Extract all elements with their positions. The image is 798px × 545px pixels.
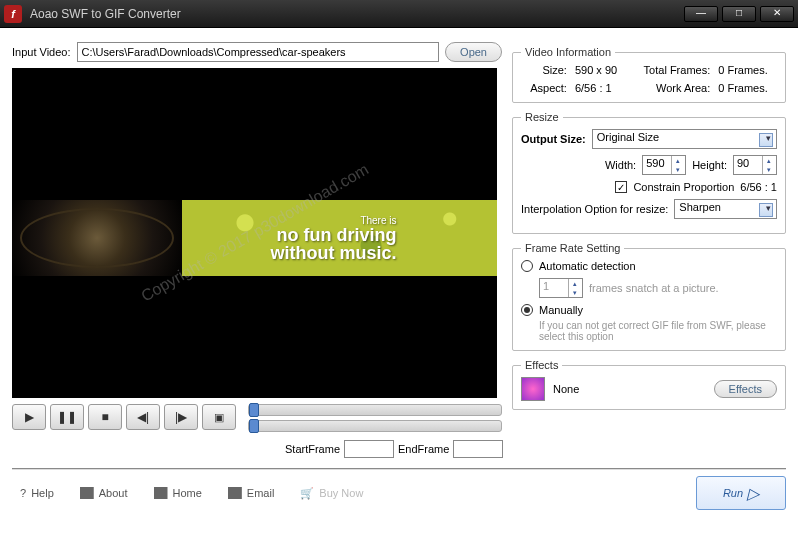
video-info-legend: Video Information (521, 46, 615, 58)
input-video-field[interactable] (77, 42, 440, 62)
radio-icon (521, 260, 533, 272)
endframe-input[interactable] (453, 440, 503, 458)
preview-banner: There is no fun driving without music. (12, 200, 497, 276)
stop-button[interactable]: ■ (88, 404, 122, 430)
manually-radio[interactable]: Manually (521, 304, 777, 316)
auto-label: Automatic detection (539, 260, 636, 272)
constrain-label: Constrain Proportion (633, 181, 734, 193)
app-logo-icon: f (4, 5, 22, 23)
play-button[interactable]: ▶ (12, 404, 46, 430)
buy-now-link[interactable]: 🛒Buy Now (300, 487, 363, 500)
about-link[interactable]: About (80, 487, 128, 500)
total-frames-value: 0 Frames. (718, 64, 777, 76)
home-link[interactable]: Home (154, 487, 202, 500)
arrow-right-icon: ▷ (747, 484, 759, 503)
interpolation-select[interactable]: Sharpen (674, 199, 777, 219)
speaker-image (12, 200, 182, 276)
prev-frame-button[interactable]: ◀| (126, 404, 160, 430)
work-area-value: 0 Frames. (718, 82, 777, 94)
manual-hint: If you can not get correct GIF file from… (521, 320, 777, 342)
snatch-spinner: 1 (539, 278, 583, 298)
cart-icon: 🛒 (300, 487, 314, 500)
constrain-checkbox[interactable]: ✓ Constrain Proportion (615, 181, 734, 193)
home-icon (154, 487, 168, 499)
range-slider[interactable] (248, 420, 502, 432)
height-spinner[interactable]: 90 (733, 155, 777, 175)
width-spinner[interactable]: 590 (642, 155, 686, 175)
total-frames-label: Total Frames: (634, 64, 710, 76)
pause-button[interactable]: ❚❚ (50, 404, 84, 430)
snapshot-button[interactable]: ▣ (202, 404, 236, 430)
aspect-value: 6/56 : 1 (575, 82, 626, 94)
banner-line1: There is (271, 215, 397, 226)
resize-group: Resize Output Size: Original Size Width:… (512, 111, 786, 234)
width-label: Width: (605, 159, 636, 171)
camera-icon: ▣ (214, 411, 224, 424)
manual-label: Manually (539, 304, 583, 316)
banner-line2: no fun driving (271, 226, 397, 244)
about-icon (80, 487, 94, 499)
open-button[interactable]: Open (445, 42, 502, 62)
checkbox-icon: ✓ (615, 181, 627, 193)
snatch-label: frames snatch at a picture. (589, 282, 719, 294)
effect-name: None (553, 383, 579, 395)
video-preview: There is no fun driving without music. C… (12, 68, 497, 398)
output-size-select[interactable]: Original Size (592, 129, 777, 149)
size-label: Size: (521, 64, 567, 76)
email-link[interactable]: Email (228, 487, 275, 500)
banner-line3: without music. (271, 244, 397, 262)
playback-slider[interactable] (248, 404, 502, 416)
radio-icon (521, 304, 533, 316)
effects-button[interactable]: Effects (714, 380, 777, 398)
constrain-ratio: 6/56 : 1 (740, 181, 777, 193)
effects-legend: Effects (521, 359, 562, 371)
effect-thumbnail (521, 377, 545, 401)
output-size-label: Output Size: (521, 133, 586, 145)
email-icon (228, 487, 242, 499)
maximize-button[interactable]: □ (722, 6, 756, 22)
input-video-label: Input Video: (12, 46, 71, 58)
help-icon: ? (20, 487, 26, 499)
height-label: Height: (692, 159, 727, 171)
help-link[interactable]: ?Help (20, 487, 54, 500)
effects-group: Effects None Effects (512, 359, 786, 410)
run-button[interactable]: Run▷ (696, 476, 786, 510)
startframe-label: StartFrame (285, 443, 340, 455)
window-title: Aoao SWF to GIF Converter (30, 7, 684, 21)
auto-detection-radio[interactable]: Automatic detection (521, 260, 777, 272)
frame-rate-group: Frame Rate Setting Automatic detection 1… (512, 242, 786, 351)
aspect-label: Aspect: (521, 82, 567, 94)
title-bar: f Aoao SWF to GIF Converter — □ ✕ (0, 0, 798, 28)
next-frame-button[interactable]: |▶ (164, 404, 198, 430)
work-area-label: Work Area: (634, 82, 710, 94)
close-button[interactable]: ✕ (760, 6, 794, 22)
framerate-legend: Frame Rate Setting (521, 242, 624, 254)
endframe-label: EndFrame (398, 443, 449, 455)
startframe-input[interactable] (344, 440, 394, 458)
video-information-group: Video Information Size: 590 x 90 Total F… (512, 46, 786, 103)
minimize-button[interactable]: — (684, 6, 718, 22)
interpolation-label: Interpolation Option for resize: (521, 203, 668, 215)
resize-legend: Resize (521, 111, 563, 123)
size-value: 590 x 90 (575, 64, 626, 76)
